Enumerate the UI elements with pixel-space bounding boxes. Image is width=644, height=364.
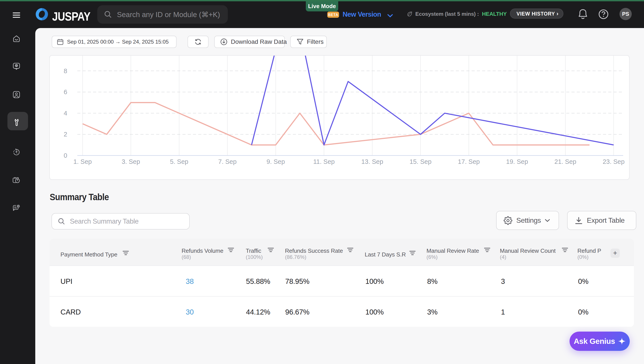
svg-text:3. Sep: 3. Sep	[122, 158, 140, 165]
svg-text:9. Sep: 9. Sep	[266, 158, 285, 165]
svg-text:5. Sep: 5. Sep	[170, 158, 188, 165]
svg-text:15. Sep: 15. Sep	[410, 158, 432, 165]
svg-text:1. Sep: 1. Sep	[74, 158, 92, 165]
svg-text:6: 6	[64, 88, 67, 96]
svg-text:₹: ₹	[16, 178, 18, 182]
svg-text:7. Sep: 7. Sep	[218, 158, 236, 165]
svg-text:4: 4	[64, 110, 67, 117]
svg-text:2: 2	[64, 131, 67, 138]
svg-text:23. Sep: 23. Sep	[602, 158, 624, 165]
svg-text:₹: ₹	[15, 150, 18, 154]
svg-text:17. Sep: 17. Sep	[458, 158, 480, 165]
svg-text:8: 8	[64, 68, 67, 74]
svg-text:11. Sep: 11. Sep	[313, 158, 335, 165]
svg-text:13. Sep: 13. Sep	[361, 158, 383, 165]
svg-text:21. Sep: 21. Sep	[554, 158, 576, 165]
svg-text:0: 0	[64, 152, 67, 159]
svg-text:19. Sep: 19. Sep	[506, 158, 528, 165]
